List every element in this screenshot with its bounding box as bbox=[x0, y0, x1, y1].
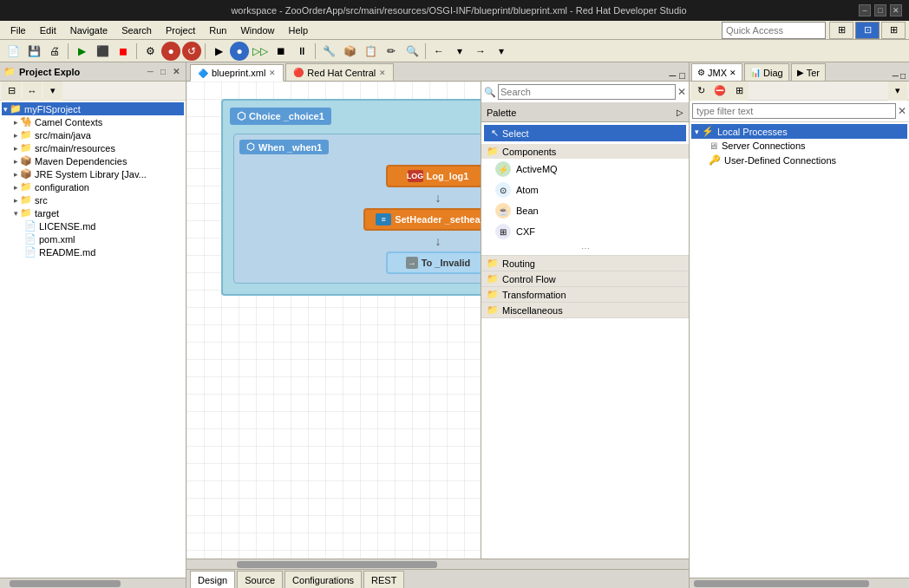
diag-tab[interactable]: 📊 Diag bbox=[744, 63, 789, 81]
tree-item-jre[interactable]: ▸ 📦 JRE System Library [Jav... bbox=[2, 167, 184, 180]
toolbar-btn-9[interactable]: ⏹ bbox=[271, 42, 291, 61]
palette-category-transformation-header[interactable]: 📁 Transformation bbox=[481, 287, 689, 302]
forward-button[interactable]: → bbox=[471, 42, 490, 61]
tab-redhat[interactable]: 🔴 Red Hat Central ✕ bbox=[285, 63, 394, 81]
tree-item-maven[interactable]: ▸ 📦 Maven Dependencies bbox=[2, 154, 184, 167]
close-button[interactable]: ✕ bbox=[890, 4, 902, 16]
setheader-box[interactable]: ≡ SetHeader _setheader1 bbox=[363, 208, 481, 231]
run-button[interactable]: ▶ bbox=[72, 42, 91, 61]
toolbar-btn-13[interactable]: 📋 bbox=[361, 42, 380, 61]
project-explorer-scrollbar[interactable] bbox=[0, 578, 186, 588]
menu-project[interactable]: Project bbox=[159, 23, 202, 37]
when-block[interactable]: ⬡ When _when1 LOG Log_log1 bbox=[233, 134, 481, 284]
forward-dropdown[interactable]: ▾ bbox=[492, 42, 511, 61]
menu-file[interactable]: File bbox=[3, 23, 33, 37]
toolbar-btn-12[interactable]: 📦 bbox=[340, 42, 359, 61]
tree-item-license[interactable]: 📄 LICENSE.md bbox=[2, 219, 184, 232]
jmx-local-processes[interactable]: ▾ ⚡ Local Processes bbox=[691, 124, 907, 139]
quick-access-input[interactable] bbox=[722, 22, 826, 39]
menu-search[interactable]: Search bbox=[114, 23, 159, 37]
palette-category-components-header[interactable]: 📁 Components bbox=[481, 144, 689, 159]
toolbar-btn-5[interactable]: ↺ bbox=[182, 42, 201, 61]
back-button[interactable]: ← bbox=[429, 42, 448, 61]
back-dropdown[interactable]: ▾ bbox=[450, 42, 469, 61]
jmx-disconnect-btn[interactable]: ⛔ bbox=[710, 82, 729, 101]
jmx-user-connections[interactable]: 🔑 User-Defined Connections bbox=[691, 153, 907, 167]
tab-blueprint[interactable]: 🔷 blueprint.xml ✕ bbox=[190, 64, 284, 82]
toolbar-btn-4[interactable]: ● bbox=[161, 42, 180, 61]
tab-maximize[interactable]: □ bbox=[679, 70, 685, 81]
project-explorer-minimize[interactable]: ─ bbox=[145, 66, 156, 77]
jmx-tab-close[interactable]: ✕ bbox=[729, 69, 736, 77]
perspective-btn3[interactable]: ⊞ bbox=[881, 22, 906, 39]
collapse-all-btn[interactable]: ⊟ bbox=[2, 82, 21, 101]
palette-item-activemq[interactable]: ⚡ ActiveMQ bbox=[481, 159, 689, 180]
project-explorer-close[interactable]: ✕ bbox=[170, 66, 182, 77]
tab-configurations[interactable]: Configurations bbox=[284, 571, 362, 588]
jmx-refresh-btn[interactable]: ↻ bbox=[691, 82, 710, 101]
stop-button[interactable]: ◼ bbox=[114, 42, 133, 61]
menu-help[interactable]: Help bbox=[282, 23, 316, 37]
jmx-expand-btn[interactable]: ⊞ bbox=[729, 82, 749, 101]
to-node[interactable]: → To _Invalid bbox=[239, 252, 481, 274]
toolbar-btn-15[interactable]: 🔍 bbox=[402, 42, 422, 61]
tree-item-java[interactable]: ▸ 📁 src/main/java bbox=[2, 128, 184, 141]
link-editor-btn[interactable]: ↔ bbox=[23, 82, 42, 101]
palette-category-routing-header[interactable]: 📁 Routing bbox=[481, 256, 689, 271]
minimize-button[interactable]: – bbox=[859, 4, 871, 16]
redhat-tab-close[interactable]: ✕ bbox=[379, 69, 386, 77]
tree-item-camel[interactable]: ▸ 🐪 Camel Contexts bbox=[2, 115, 184, 128]
blueprint-tab-close[interactable]: ✕ bbox=[269, 69, 276, 77]
toolbar-btn-6[interactable]: ▶ bbox=[209, 42, 228, 61]
jmx-scrollbar[interactable] bbox=[690, 578, 909, 588]
jmx-filter-clear[interactable]: ✕ bbox=[898, 105, 906, 117]
new-button[interactable]: 📄 bbox=[3, 42, 23, 61]
choice-block[interactable]: ⬡ Choice _choice1 ⬡ When _when1 bbox=[221, 99, 481, 296]
toolbar-btn-10[interactable]: ⏸ bbox=[292, 42, 311, 61]
jmx-server-connections[interactable]: 🖥 Server Connections bbox=[691, 139, 907, 153]
tab-minimize[interactable]: ─ bbox=[670, 70, 677, 81]
perspective-btn2[interactable]: ⊡ bbox=[855, 22, 880, 39]
maximize-button[interactable]: □ bbox=[874, 4, 886, 16]
save-button[interactable]: 💾 bbox=[24, 42, 43, 61]
toolbar-btn-7[interactable]: ● bbox=[230, 42, 249, 61]
palette-select[interactable]: ↖ Select bbox=[484, 125, 686, 141]
jmx-filter-input[interactable] bbox=[692, 103, 896, 119]
to-box[interactable]: → To _Invalid bbox=[386, 252, 481, 274]
jmx-panel-minimize[interactable]: ─ bbox=[893, 71, 899, 81]
tab-rest[interactable]: REST bbox=[363, 571, 404, 588]
menu-edit[interactable]: Edit bbox=[33, 23, 63, 37]
tab-design[interactable]: Design bbox=[190, 571, 235, 588]
toolbar-btn-11[interactable]: 🔧 bbox=[319, 42, 338, 61]
jmx-view-btn[interactable]: ▾ bbox=[888, 82, 907, 101]
setheader-node[interactable]: ≡ SetHeader _setheader1 bbox=[239, 208, 481, 231]
palette-category-misc-header[interactable]: 📁 Miscellaneous bbox=[481, 303, 689, 317]
view-menu-btn[interactable]: ▾ bbox=[43, 82, 62, 101]
tab-source[interactable]: Source bbox=[237, 571, 283, 588]
palette-expand-btn[interactable]: ▷ bbox=[677, 108, 683, 117]
tree-item-config[interactable]: ▸ 📁 configuration bbox=[2, 180, 184, 193]
palette-search-clear[interactable]: ✕ bbox=[677, 86, 686, 98]
jmx-panel-maximize[interactable]: □ bbox=[900, 71, 906, 81]
palette-search-input[interactable] bbox=[498, 84, 676, 100]
toolbar-btn-8[interactable]: ▷▷ bbox=[251, 42, 270, 61]
log-box[interactable]: LOG Log_log1 bbox=[386, 165, 481, 187]
palette-item-cxf[interactable]: ⊞ CXF bbox=[481, 221, 689, 242]
menu-navigate[interactable]: Navigate bbox=[63, 23, 114, 37]
menu-run[interactable]: Run bbox=[202, 23, 233, 37]
palette-category-controlflow-header[interactable]: 📁 Control Flow bbox=[481, 271, 689, 286]
tree-item-src[interactable]: ▸ 📁 src bbox=[2, 193, 184, 206]
perspective-btn[interactable]: ⊞ bbox=[829, 22, 853, 39]
toolbar-btn-3[interactable]: ⚙ bbox=[141, 42, 160, 61]
tree-item-root[interactable]: ▾ 📁 myFISproject bbox=[2, 102, 184, 115]
project-explorer-maximize[interactable]: □ bbox=[158, 66, 168, 77]
menu-window[interactable]: Window bbox=[233, 23, 281, 37]
tree-item-pom[interactable]: 📄 pom.xml bbox=[2, 232, 184, 245]
palette-item-atom[interactable]: ⊙ Atom bbox=[481, 180, 689, 200]
canvas-scrollbar[interactable] bbox=[186, 559, 689, 569]
debug-button[interactable]: ⬛ bbox=[93, 42, 112, 61]
toolbar-btn-14[interactable]: ✏ bbox=[382, 42, 401, 61]
log-node[interactable]: LOG Log_log1 bbox=[239, 165, 481, 187]
print-button[interactable]: 🖨 bbox=[45, 42, 64, 61]
jmx-tab[interactable]: ⚙ JMX ✕ bbox=[691, 63, 742, 81]
